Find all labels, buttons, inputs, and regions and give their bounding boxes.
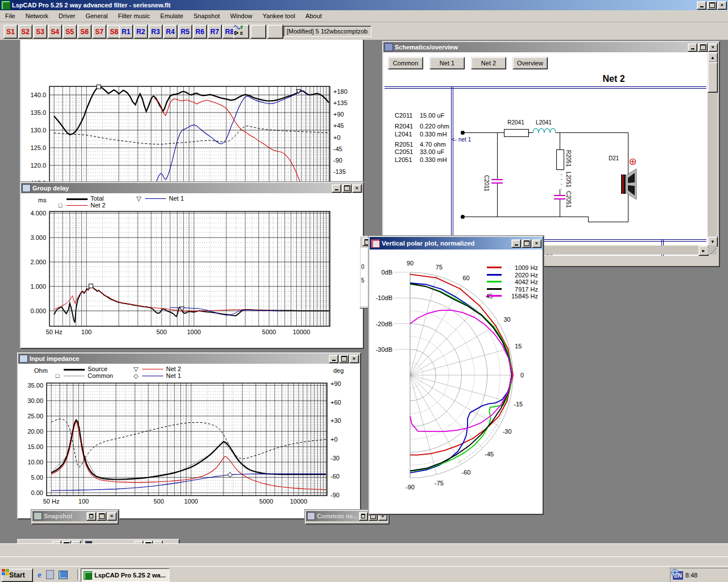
inductor-L2041[interactable] [533,127,556,134]
menu-item-window[interactable]: Window [225,11,258,21]
legend-line [64,369,85,371]
toolbar-button-s7[interactable]: S7 [92,24,106,39]
resistor-R2051[interactable] [556,149,564,170]
input-impedance-titlebar[interactable]: Input impedance × [18,354,360,364]
toolbar-button-s1[interactable]: S1 [3,24,18,39]
C2051-label: C2051 [565,191,572,207]
toolbar-button-r4[interactable]: R4 [163,24,177,39]
restore-icon[interactable] [86,512,96,521]
svg-text:500: 500 [154,498,164,505]
menu-item-file[interactable]: File [0,11,20,21]
scroll-up-icon[interactable]: ▲ [708,52,718,63]
close-icon[interactable]: × [717,1,727,10]
R2051-label: R2051 [565,150,572,167]
minimized-window-sliver[interactable]: × [17,539,83,543]
capacitor-C2051[interactable] [554,195,565,196]
chart-window-icon [19,355,28,363]
toolbar-button-r2[interactable]: R2 [134,24,148,39]
start-button[interactable]: Start [1,568,33,582]
close-icon[interactable]: × [532,239,541,248]
svg-text:+60: +60 [330,399,341,406]
svg-text:-135: -135 [333,168,346,175]
minimize-icon[interactable] [697,1,706,10]
menu-item-snapshot[interactable]: Snapshot [188,11,225,21]
legend-line [487,274,502,276]
group-delay-window: Group delay × ms 4.0003.0002.0001.0000.0… [20,182,364,349]
toolbar-button-r6[interactable]: R6 [193,24,207,39]
maximize-icon[interactable] [342,184,351,193]
minimize-icon[interactable] [329,355,338,363]
maximize-icon[interactable] [707,1,717,10]
emulate-c-icon[interactable]: C [267,24,283,39]
menu-item-network[interactable]: Network [20,11,53,21]
network-icon[interactable] [671,568,679,577]
svg-text:-15: -15 [514,401,523,408]
group-delay-content: ms 4.0003.0002.0001.0000.00050 Hz1005001… [21,193,363,348]
menu-item-general[interactable]: General [80,11,113,21]
toolbar-button-r1[interactable]: R1 [119,24,133,39]
capacitor-C2011[interactable] [491,179,503,180]
polar-titlebar[interactable]: Vertical polar plot, normalized × [370,237,543,250]
svg-text:5000: 5000 [259,498,273,505]
svg-text:+0: +0 [330,436,338,443]
resize-grip[interactable] [708,246,717,255]
menu-item-emulate[interactable]: Emulate [155,11,188,21]
driver-polarity-icon[interactable] [629,158,636,165]
toolbar-button-r3[interactable]: R3 [148,24,163,39]
menu-item-driver[interactable]: Driver [53,11,80,21]
node-dot [461,131,465,135]
inductor-L2051[interactable] [555,170,562,189]
maximize-icon[interactable] [339,355,349,363]
toolbar-button-s5[interactable]: S5 [63,24,77,39]
legend-label: 1009 Hz [504,264,538,271]
minimized-window-sliver[interactable]: × [82,539,180,543]
minimize-icon[interactable] [332,184,341,193]
svg-text:-45: -45 [485,451,494,458]
main-titlebar[interactable]: LspCAD Pro 5.25 2 way advanced filter - … [0,0,728,10]
maximize-icon[interactable] [97,512,106,521]
legend-marker: ◇ [132,372,140,380]
taskbar-app-button[interactable]: LspCAD Pro 5.25 2 wa... [81,568,169,582]
restore-icon[interactable] [359,512,368,521]
svg-text:120.0: 120.0 [30,162,46,169]
toolbar-button-s2[interactable]: S2 [18,24,32,39]
svg-text:4.000: 4.000 [30,210,46,217]
maximize-icon[interactable] [698,43,708,52]
driver-D21-label: D21 [609,155,619,161]
close-icon[interactable]: × [349,355,359,363]
toolbar-button-r5[interactable]: R5 [178,24,192,39]
menu-item-yankee-tool[interactable]: Yankee tool [258,11,300,21]
R2041-label: R2041 [503,119,529,126]
minimize-icon[interactable] [688,43,697,52]
resistor-R2041[interactable] [504,129,529,137]
group-delay-titlebar[interactable]: Group delay × [21,183,363,193]
scroll-thumb[interactable] [708,62,718,93]
emulate-2-icon[interactable]: 2 [250,24,266,39]
schematics-titlebar[interactable]: Schematics/overview × [383,42,719,52]
close-icon[interactable]: × [708,43,718,52]
schematic-drawing[interactable]: <- net 1 R2041 L2041 R2051 [383,52,708,256]
svg-text:-30: -30 [503,428,512,435]
toolbar-button-r7[interactable]: R7 [208,24,222,39]
close-icon[interactable]: × [352,184,362,193]
media-player-icon[interactable] [59,571,68,579]
net1-link-label[interactable]: <- net 1 [452,136,471,143]
svg-text:1000: 1000 [184,498,198,505]
toolbar: S1S2S3S4S5S6S7S8 R1R2R3R4R5R6R7R8 12C [M… [0,22,728,41]
show-desktop-icon[interactable] [46,570,54,579]
C2011-label: C2011 [483,175,490,192]
internet-explorer-icon[interactable]: e [38,570,42,580]
close-icon[interactable]: × [107,512,117,521]
speaker-icon[interactable] [621,168,639,201]
snapshot-titlebar[interactable]: Snapshot × [32,511,118,521]
minimize-icon[interactable] [511,239,521,248]
menu-item-about[interactable]: About [300,11,327,21]
menu-item-filter-music[interactable]: Filter music [113,11,155,21]
node-dot [461,215,465,219]
vertical-scrollbar[interactable]: ▲ ▼ [708,52,717,246]
toolbar-button-s4[interactable]: S4 [48,24,62,39]
toolbar-button-s3[interactable]: S3 [33,24,47,39]
maximize-icon[interactable] [522,239,531,248]
schematics-content: CommonNet 1Net 2Overview Net 2 C201115.0… [383,52,708,256]
toolbar-button-s6[interactable]: S6 [77,24,92,39]
